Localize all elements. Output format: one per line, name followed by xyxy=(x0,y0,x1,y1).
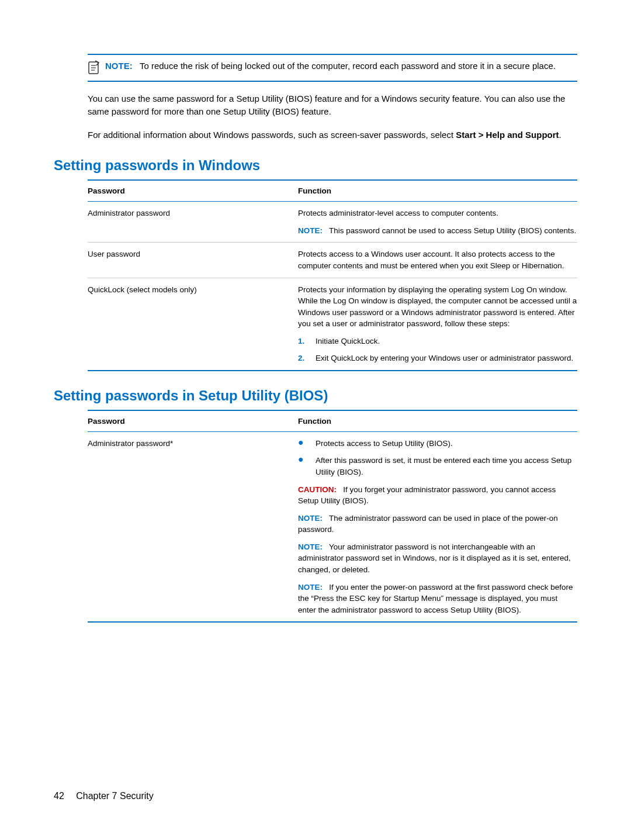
th-function: Function xyxy=(298,417,577,426)
table-row: QuickLock (select models only) Protects … xyxy=(88,278,577,371)
note-label: NOTE: xyxy=(298,226,323,235)
func-text: Protects administrator-level access to c… xyxy=(298,208,577,219)
note-label: NOTE: xyxy=(298,514,323,523)
table-row: Administrator password Protects administ… xyxy=(88,202,577,243)
th-password: Password xyxy=(88,417,298,426)
inline-note: NOTE: The administrator password can be … xyxy=(298,513,577,535)
step-number: 2. xyxy=(298,352,307,364)
caution-body: If you forget your administrator passwor… xyxy=(298,485,556,506)
note-body: This password cannot be used to access S… xyxy=(329,226,576,235)
password-name: User password xyxy=(88,248,298,271)
page-number: 42 xyxy=(54,791,64,801)
note-text: NOTE: To reduce the risk of being locked… xyxy=(105,60,556,72)
password-name: QuickLock (select models only) xyxy=(88,284,298,364)
intro-para-2: For additional information about Windows… xyxy=(88,129,577,141)
table-row: User password Protects access to a Windo… xyxy=(88,243,577,278)
password-name: Administrator password xyxy=(88,208,298,236)
inline-caution: CAUTION: If you forget your administrato… xyxy=(298,484,577,507)
intro-para-2-strong: Start > Help and Support xyxy=(456,130,559,140)
note-label: NOTE: xyxy=(298,583,323,592)
bullet-text: After this password is set, it must be e… xyxy=(316,455,577,478)
heading-bios-passwords: Setting passwords in Setup Utility (BIOS… xyxy=(54,388,577,404)
note-label: NOTE: xyxy=(105,61,133,71)
list-item: 1. Initiate QuickLock. xyxy=(298,336,577,347)
password-function: ● Protects access to Setup Utility (BIOS… xyxy=(298,438,577,616)
step-number: 1. xyxy=(298,336,307,347)
note-callout: NOTE: To reduce the risk of being locked… xyxy=(88,54,577,82)
list-item: ● After this password is set, it must be… xyxy=(298,455,577,478)
note-body: If you enter the power-on password at th… xyxy=(298,583,573,614)
func-text: Protects your information by displaying … xyxy=(298,284,577,330)
note-body: To reduce the risk of being locked out o… xyxy=(140,61,556,71)
note-icon xyxy=(88,60,100,75)
password-name: Administrator password* xyxy=(88,438,298,616)
password-function: Protects access to a Windows user accoun… xyxy=(298,248,577,271)
page-footer: 42 Chapter 7 Security xyxy=(54,791,154,801)
chapter-label: Chapter 7 Security xyxy=(76,791,154,801)
table-row: Administrator password* ● Protects acces… xyxy=(88,432,577,623)
table-windows-passwords: Password Function Administrator password… xyxy=(88,179,577,371)
note-body: The administrator password can be used i… xyxy=(298,514,558,534)
table-header-row: Password Function xyxy=(88,410,577,432)
th-function: Function xyxy=(298,186,577,195)
func-text: Protects access to a Windows user accoun… xyxy=(298,248,577,271)
note-body: Your administrator password is not inter… xyxy=(298,542,571,574)
table-header-row: Password Function xyxy=(88,179,577,202)
password-function: Protects your information by displaying … xyxy=(298,284,577,364)
bullet-list: ● Protects access to Setup Utility (BIOS… xyxy=(298,438,577,478)
list-item: ● Protects access to Setup Utility (BIOS… xyxy=(298,438,577,450)
intro-para-2-pre: For additional information about Windows… xyxy=(88,130,456,140)
note-label: NOTE: xyxy=(298,542,323,551)
inline-note: NOTE: This password cannot be used to ac… xyxy=(298,225,577,237)
table-bios-passwords: Password Function Administrator password… xyxy=(88,410,577,623)
password-function: Protects administrator-level access to c… xyxy=(298,208,577,236)
steps-list: 1. Initiate QuickLock. 2. Exit QuickLock… xyxy=(298,336,577,364)
intro-para-1: You can use the same password for a Setu… xyxy=(88,92,577,118)
inline-note: NOTE: Your administrator password is not… xyxy=(298,541,577,576)
bullet-icon: ● xyxy=(298,438,307,450)
bullet-text: Protects access to Setup Utility (BIOS). xyxy=(316,438,453,450)
list-item: 2. Exit QuickLock by entering your Windo… xyxy=(298,352,577,364)
heading-windows-passwords: Setting passwords in Windows xyxy=(54,157,577,174)
th-password: Password xyxy=(88,186,298,195)
inline-note: NOTE: If you enter the power-on password… xyxy=(298,582,577,616)
caution-label: CAUTION: xyxy=(298,485,337,494)
step-text: Exit QuickLock by entering your Windows … xyxy=(316,352,573,364)
intro-para-2-post: . xyxy=(559,130,561,140)
bullet-icon: ● xyxy=(298,455,307,478)
step-text: Initiate QuickLock. xyxy=(316,336,380,347)
